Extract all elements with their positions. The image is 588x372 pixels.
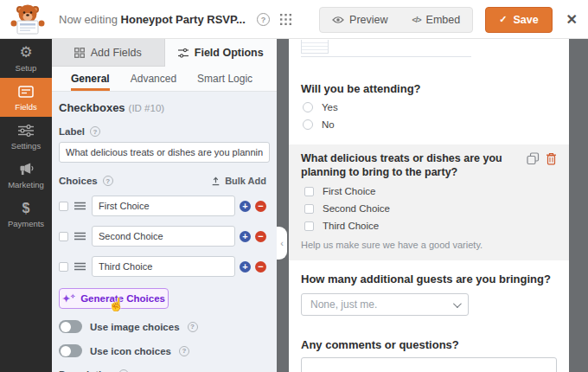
dollar-icon: $: [22, 201, 30, 216]
preview-button[interactable]: Preview: [320, 8, 399, 32]
checkbox-icon: [304, 221, 314, 231]
guests-select[interactable]: None, just me.: [301, 293, 469, 316]
select-value: None, just me.: [310, 298, 377, 311]
subtab-general[interactable]: General: [71, 67, 110, 91]
toggle-label: Use icon choices: [90, 346, 171, 356]
image-choices-toggle[interactable]: [59, 320, 82, 333]
sidebar-item-fields[interactable]: Fields: [0, 78, 52, 117]
collapse-panel-handle[interactable]: ‹: [277, 227, 287, 260]
use-icon-choices-row: Use icon choices ?: [59, 344, 266, 357]
comments-textarea[interactable]: [301, 357, 557, 372]
checkbox-option[interactable]: Third Choice: [304, 221, 557, 231]
sliders-icon: [18, 123, 34, 138]
radio-icon: [303, 102, 313, 112]
preview-field-guests[interactable]: How many additional guests are you bring…: [301, 273, 569, 285]
choice-row: + −: [59, 226, 266, 247]
help-icon[interactable]: ?: [188, 322, 198, 332]
checkbox-option[interactable]: First Choice: [304, 186, 557, 196]
eye-icon: [332, 16, 344, 24]
megaphone-icon: [18, 162, 35, 177]
subtab-smart-logic[interactable]: Smart Logic: [197, 67, 252, 91]
duplicate-icon[interactable]: [527, 152, 540, 165]
upload-icon: [211, 176, 220, 186]
default-checkbox[interactable]: [59, 202, 68, 211]
add-choice-button[interactable]: +: [240, 261, 251, 273]
default-checkbox[interactable]: [59, 262, 68, 272]
add-choice-button[interactable]: +: [240, 231, 251, 242]
checkbox-option[interactable]: Second Choice: [304, 203, 557, 214]
use-image-choices-row: Use image choices ?: [59, 320, 266, 333]
embed-label: Embed: [426, 14, 461, 26]
help-icon[interactable]: ?: [179, 346, 189, 356]
form-fields-icon: [18, 84, 34, 99]
radio-icon: [303, 119, 313, 130]
field-label-input[interactable]: [59, 142, 270, 163]
save-button[interactable]: ✓ Save: [485, 7, 552, 33]
sidebar-item-marketing[interactable]: Marketing: [0, 156, 52, 195]
field-options-icon: [178, 48, 189, 58]
embed-button[interactable]: </> Embed: [400, 8, 473, 32]
help-icon[interactable]: ?: [257, 13, 270, 26]
generate-choices-button[interactable]: ✦✧ Generate Choices ☝: [59, 288, 169, 309]
add-fields-icon: [74, 48, 85, 58]
add-choice-button[interactable]: +: [240, 201, 251, 212]
choice-input[interactable]: [92, 256, 235, 277]
sidebar-item-payments[interactable]: $ Payments: [0, 195, 52, 234]
editing-title: Now editing Honeypot Party RSVP...: [59, 13, 246, 26]
check-icon: ✓: [499, 14, 507, 25]
choice-row: + −: [59, 256, 266, 277]
trash-icon[interactable]: [546, 152, 557, 165]
topbar: Now editing Honeypot Party RSVP... ? Pr: [0, 0, 588, 39]
preview-partial-field[interactable]: [301, 40, 471, 57]
tab-field-options[interactable]: Field Options: [165, 39, 278, 67]
gear-icon: ⚙: [19, 45, 32, 61]
tab-add-fields[interactable]: Add Fields: [52, 39, 165, 67]
field-label: What delicious treats or dishes are you …: [301, 152, 541, 179]
label-heading: Label ?: [59, 126, 266, 137]
choice-input[interactable]: [92, 226, 235, 247]
choice-input[interactable]: [92, 196, 235, 216]
drag-handle-icon[interactable]: [74, 202, 86, 210]
subtab-advanced[interactable]: Advanced: [131, 67, 176, 91]
help-icon[interactable]: ?: [103, 176, 113, 186]
form-preview-workspace: ‹ Will you be attending? Yes No What del…: [277, 39, 588, 372]
toggle-label: Use image choices: [90, 322, 180, 332]
field-options-panel: Add Fields Field Options General Advance…: [52, 39, 277, 372]
sidebar-item-settings[interactable]: Settings: [0, 117, 52, 156]
sparkle-icon: ✦✧: [62, 293, 75, 305]
remove-choice-button[interactable]: −: [255, 261, 266, 273]
sidebar-label: Payments: [8, 219, 44, 228]
sidebar-label: Marketing: [8, 180, 44, 189]
chevron-down-icon: [453, 299, 462, 308]
radio-option[interactable]: No: [303, 119, 569, 130]
help-icon[interactable]: ?: [90, 126, 100, 137]
field-description: Help us make sure we have a good variety…: [301, 240, 557, 250]
sidebar-item-setup[interactable]: ⚙ Setup: [0, 39, 52, 78]
radio-option[interactable]: Yes: [303, 102, 569, 112]
preview-label: Preview: [349, 14, 387, 26]
wpforms-builder: Now editing Honeypot Party RSVP... ? Pr: [0, 0, 588, 372]
preview-field-comments[interactable]: Any comments or questions?: [301, 338, 569, 351]
drag-handle-icon[interactable]: [74, 232, 86, 241]
wpforms-logo-icon: [9, 3, 47, 35]
choices-heading: Choices ? Bulk Add: [59, 176, 266, 186]
preview-field-treats-selected[interactable]: What delicious treats or dishes are you …: [289, 144, 569, 260]
sidebar-label: Fields: [15, 102, 36, 112]
builder-sidebar: ⚙ Setup Fields: [0, 39, 52, 372]
apps-grid-icon[interactable]: [280, 14, 291, 25]
remove-choice-button[interactable]: −: [255, 231, 266, 242]
save-label: Save: [513, 14, 538, 26]
close-icon[interactable]: ✕: [566, 11, 578, 28]
sidebar-label: Settings: [11, 141, 41, 151]
checkbox-icon: [304, 204, 314, 214]
tab-label: Field Options: [195, 47, 264, 59]
icon-choices-toggle[interactable]: [59, 344, 82, 357]
field-id: (ID #10): [129, 103, 165, 113]
bulk-add-button[interactable]: Bulk Add: [211, 176, 266, 186]
default-checkbox[interactable]: [59, 232, 68, 241]
preview-field-attending[interactable]: Will you be attending?: [301, 82, 569, 95]
drag-handle-icon[interactable]: [74, 262, 86, 271]
remove-choice-button[interactable]: −: [255, 201, 266, 212]
form-preview-sheet: Will you be attending? Yes No What delic…: [289, 39, 569, 372]
sidebar-label: Setup: [16, 63, 37, 73]
